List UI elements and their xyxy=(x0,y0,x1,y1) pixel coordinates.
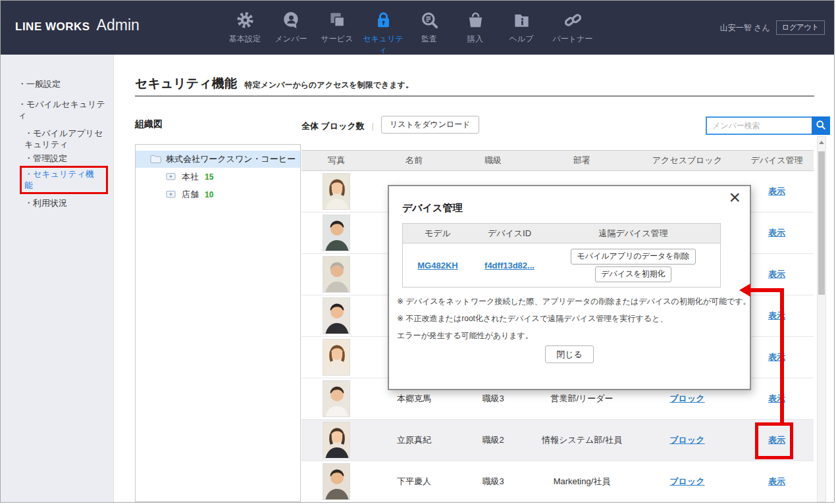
member-photo xyxy=(323,173,350,210)
device-table-header: モデル デバイスID 遠隔デバイス管理 xyxy=(403,224,720,243)
audit-search-icon xyxy=(406,8,452,29)
user-area: 山安一智 さん ログアウト xyxy=(720,20,825,35)
note-line: ※ デバイスをネットワーク接続した際、アプリデータの削除またはデバイスの初期化が… xyxy=(397,293,751,310)
device-view-link[interactable]: 表示 xyxy=(768,393,785,403)
block-link[interactable]: ブロック xyxy=(669,435,704,445)
note-line: ※ 不正改造またはroot化されたデバイスで遠隔デバイス管理を実行すると、 xyxy=(397,310,751,327)
member-photo xyxy=(323,297,350,334)
col-header-photo: 写真 xyxy=(301,155,371,166)
folder-plus-icon xyxy=(166,172,176,182)
services-icon xyxy=(314,8,360,29)
sidebar-nav: ・一般設定 ・モバイルセキュリティ ・モバイルアプリセキュリティ ・管理設定 ・… xyxy=(1,55,113,209)
sidebar-item-general-settings[interactable]: ・一般設定 xyxy=(18,78,108,89)
table-header-row: 写真 名前 職級 部署 アクセスブロック デバイス管理 xyxy=(301,150,814,171)
member-department: 情報システム部/社員 xyxy=(529,434,635,446)
block-count-label: 全体 ブロック数 xyxy=(301,121,365,131)
separator: | xyxy=(371,121,373,131)
partner-link-icon xyxy=(544,8,601,29)
sidebar-item-management-settings[interactable]: ・管理設定 xyxy=(24,153,108,164)
device-view-link[interactable]: 表示 xyxy=(768,311,785,320)
brand-lineworks: LINE WORKS xyxy=(15,20,90,34)
device-table-row: MG482KH f4dff13d82... モバイルアプリのデータを削除 デバイ… xyxy=(403,243,720,287)
logout-button[interactable]: ログアウト xyxy=(776,20,825,35)
modal-close-button[interactable]: 閉じる xyxy=(545,345,594,363)
device-view-link[interactable]: 表示 xyxy=(768,228,785,238)
sidebar-item-mobile-app-security[interactable]: ・モバイルアプリセキュリティ xyxy=(24,128,108,150)
folder-plus-icon xyxy=(166,189,176,200)
org-tree-panel: 株式会社ワークスワン・コーヒー 本社 15 店舗 10 xyxy=(135,144,301,502)
search-button[interactable] xyxy=(812,116,830,135)
device-view-link[interactable]: 表示 xyxy=(768,352,785,362)
nav-item-help[interactable]: ヘルプ xyxy=(498,8,544,56)
member-search xyxy=(706,116,830,135)
device-management-modal: × デバイス管理 モデル デバイスID 遠隔デバイス管理 MG482KH f4d… xyxy=(388,185,751,390)
annotation-box-sidebar: ・セキュリティ機能 xyxy=(20,166,108,194)
search-input[interactable] xyxy=(706,116,812,135)
brand-admin: Admin xyxy=(97,16,140,34)
member-photo xyxy=(323,214,350,251)
scrollbar-track[interactable] xyxy=(817,136,826,502)
org-node-count: 10 xyxy=(205,190,213,199)
col-header-device-mgmt: デバイス管理 xyxy=(740,155,814,166)
block-link[interactable]: ブロック xyxy=(669,476,704,486)
device-view-link[interactable]: 表示 xyxy=(768,186,785,196)
modal-title: デバイス管理 xyxy=(402,202,462,214)
sidebar-item-security-features[interactable]: ・セキュリティ機能 xyxy=(24,166,108,194)
member-name: 本郷克馬 xyxy=(371,393,457,405)
nav-label: ヘルプ xyxy=(498,34,544,45)
device-table: モデル デバイスID 遠隔デバイス管理 MG482KH f4dff13d82..… xyxy=(402,223,721,288)
org-tree-root[interactable]: 株式会社ワークスワン・コーヒー xyxy=(136,151,300,168)
member-photo xyxy=(323,422,350,459)
help-folder-icon xyxy=(498,8,544,29)
member-photo xyxy=(323,380,350,417)
col-header-grade: 職級 xyxy=(457,155,529,166)
device-id-link[interactable]: f4dff13d82... xyxy=(484,261,535,270)
nav-item-purchase[interactable]: 購入 xyxy=(452,8,498,56)
member-icon xyxy=(268,8,314,29)
sidebar-item-mobile-security[interactable]: ・モバイルセキュリティ xyxy=(18,99,108,121)
org-node-label: 本社 xyxy=(182,171,199,183)
scrollbar-up-arrow-icon[interactable] xyxy=(818,137,825,147)
nav-item-partner[interactable]: パートナー xyxy=(544,8,601,56)
member-photo xyxy=(323,463,350,500)
member-grade: 職級3 xyxy=(457,393,529,405)
user-name: 山安一智 さん xyxy=(720,22,770,34)
member-grade: 職級2 xyxy=(457,434,529,446)
folder-icon xyxy=(150,154,161,165)
member-name: 立原真紀 xyxy=(371,434,457,446)
org-chart-title: 組織図 xyxy=(135,118,163,130)
download-list-button[interactable]: リストをダウンロード xyxy=(381,116,479,134)
sidebar-item-usage-status[interactable]: ・利用状況 xyxy=(24,197,108,209)
scrollbar-thumb[interactable] xyxy=(818,151,825,295)
col-header-name: 名前 xyxy=(371,155,457,166)
page-title: セキュリティ機能 xyxy=(135,75,237,92)
note-line: エラーが発生する可能性があります。 xyxy=(397,327,751,344)
close-icon[interactable]: × xyxy=(729,186,741,209)
page-head: セキュリティ機能 特定メンバーからのアクセスを制限できます。 xyxy=(135,75,413,92)
delete-app-data-button[interactable]: モバイルアプリのデータを削除 xyxy=(571,249,695,265)
nav-item-services[interactable]: サービス xyxy=(314,8,360,56)
member-photo xyxy=(323,256,350,293)
factory-reset-device-button[interactable]: デバイスを初期化 xyxy=(595,266,671,282)
nav-label: パートナー xyxy=(544,34,601,45)
device-view-link[interactable]: 表示 xyxy=(768,476,785,486)
col-header-department: 部署 xyxy=(529,155,635,166)
nav-label: セキュリティ xyxy=(360,34,406,56)
nav-item-basic-settings[interactable]: 基本設定 xyxy=(222,8,268,56)
nav-item-security[interactable]: セキュリティ xyxy=(360,8,406,56)
device-view-link[interactable]: 表示 xyxy=(768,269,785,279)
nav-item-members[interactable]: メンバー xyxy=(268,8,314,56)
org-tree-node-tenpo[interactable]: 店舗 10 xyxy=(136,186,300,203)
org-tree-node-honsha[interactable]: 本社 15 xyxy=(136,168,300,186)
table-row: 下平慶人 職級3 Marketing/社員 ブロック 表示 xyxy=(301,461,814,503)
nav-label: 監査 xyxy=(406,34,452,45)
nav-item-audit[interactable]: 監査 xyxy=(406,8,452,56)
device-view-link-highlighted[interactable]: 表示 xyxy=(768,435,785,445)
top-nav: 基本設定 メンバー サービス セキュリティ xyxy=(222,8,601,56)
member-name: 下平慶人 xyxy=(371,476,457,488)
block-link[interactable]: ブロック xyxy=(669,393,704,403)
device-model-link[interactable]: MG482KH xyxy=(417,261,457,270)
page-subtitle: 特定メンバーからのアクセスを制限できます。 xyxy=(245,80,413,91)
gear-icon xyxy=(222,8,268,29)
col-header-model: モデル xyxy=(403,228,473,239)
